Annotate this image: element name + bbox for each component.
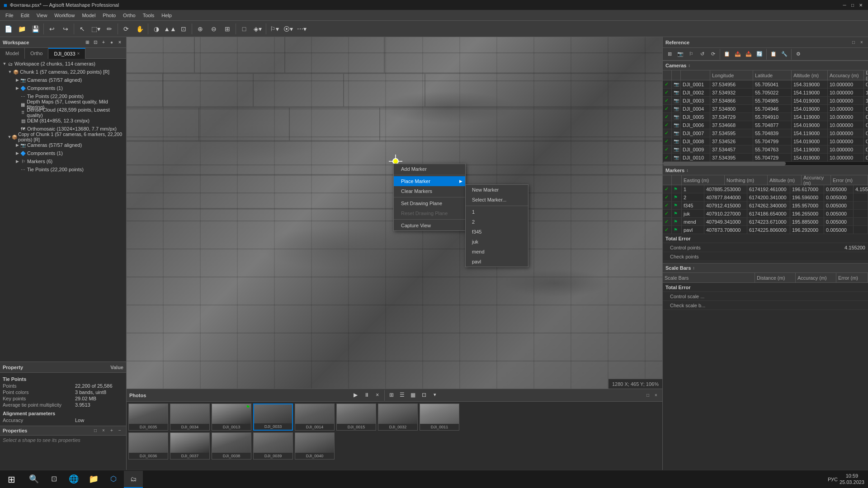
ctx-select-marker[interactable]: Select Marker... — [466, 195, 528, 205]
ref-btn-4[interactable]: ↺ — [697, 49, 707, 59]
ctx-marker-pavl[interactable]: pavl — [466, 257, 528, 267]
menu-edit[interactable]: Edit — [17, 12, 33, 19]
tab-current[interactable]: DJI_0033 × — [48, 48, 85, 59]
viewport[interactable]: Add Marker Place Marker ▶ New Marker Sel… — [127, 37, 662, 389]
menu-photo[interactable]: Photo — [99, 12, 119, 19]
table-row[interactable]: ✓ 📷 DJI_0009 37.534457 55.704763 154.119… — [663, 145, 868, 154]
ctx-capture-view[interactable]: Capture View — [394, 221, 465, 230]
save-button[interactable]: 💾 — [29, 23, 42, 35]
open-button[interactable]: 📁 — [15, 23, 28, 35]
tab-ortho[interactable]: Ortho — [25, 48, 49, 59]
ref-btn-10[interactable]: 📋 — [769, 49, 778, 59]
photo-dji0037[interactable]: DJI_0037 — [170, 432, 210, 460]
close-button[interactable]: ✕ — [857, 1, 864, 9]
menu-view[interactable]: View — [33, 12, 51, 19]
photos-list-btn[interactable]: ☰ — [397, 390, 407, 400]
table-row[interactable]: ✓ 📷 DJI_0001 37.534956 55.705041 154.319… — [663, 80, 868, 89]
ref-btn-1[interactable]: ⊞ — [665, 49, 675, 59]
pan-tool[interactable]: ✋ — [133, 23, 146, 35]
photo-dji0039[interactable]: DJI_0039 — [253, 432, 293, 460]
ref-expand-btn[interactable]: □ — [850, 39, 857, 46]
table-row[interactable]: ✓ ⚑ 1 407885.253000 6174192.461000 196.6… — [663, 185, 868, 193]
taskbar-app-active[interactable]: 🗂 — [124, 471, 143, 488]
ref-close-btn[interactable]: × — [858, 39, 865, 46]
perspective-view[interactable]: ◈▾ — [251, 23, 264, 35]
table-row[interactable]: ✓ 📷 DJI_0007 37.534595 55.704839 154.119… — [663, 129, 868, 137]
menu-workflow[interactable]: Workflow — [51, 12, 78, 19]
ctx-marker-f345[interactable]: f345 — [466, 227, 528, 237]
tab-close-icon[interactable]: × — [77, 51, 80, 56]
menu-tools[interactable]: Tools — [139, 12, 158, 19]
menu-file[interactable]: File — [2, 12, 17, 19]
tab-model[interactable]: Model — [0, 48, 25, 59]
photos-close-btn[interactable]: × — [652, 392, 660, 399]
taskbar-edge[interactable]: 🌐 — [64, 471, 83, 488]
photos-more-btn[interactable]: ▾ — [430, 390, 440, 400]
pencil-tool[interactable]: ✏ — [103, 23, 116, 35]
chunk2-item[interactable]: ▼ 📦 Copy of Chunk 1 (57 cameras, 6 marke… — [0, 133, 126, 141]
photo-dji0015[interactable]: DJI_0015 — [336, 404, 376, 431]
chunk1-item[interactable]: ▼ 📦 Chunk 1 (57 cameras, 22,200 points) … — [0, 68, 126, 76]
table-row[interactable]: ✓ 📷 DJI_0006 37.534668 55.704877 154.019… — [663, 121, 868, 129]
photo-dji0033[interactable]: DJI_0033 — [253, 404, 293, 431]
cameras-scroll-thumb[interactable] — [663, 162, 786, 165]
taskbar-search[interactable]: 🔍 — [24, 471, 43, 488]
start-button[interactable]: ⊞ — [0, 470, 23, 488]
photo-dji0035[interactable]: DJI_0035 — [128, 404, 168, 431]
ref-btn-9[interactable]: 🔄 — [755, 49, 764, 59]
sub-prop-del[interactable]: − — [116, 427, 123, 434]
photos-filter-btn[interactable]: ⊡ — [419, 390, 429, 400]
rectangle-select[interactable]: ⬚▾ — [90, 23, 102, 35]
photos-play-btn[interactable]: ▶ — [351, 390, 361, 400]
chunk1-cameras[interactable]: ▶ 📷 Cameras (57/57 aligned) — [0, 76, 126, 84]
table-row[interactable]: ✓ 📷 DJI_0010 37.534395 55.704729 154.019… — [663, 154, 868, 162]
ref-btn-5[interactable]: ⟳ — [708, 49, 718, 59]
redo-button[interactable]: ↪ — [59, 23, 72, 35]
marker-tool[interactable]: ⦿▾ — [282, 23, 294, 35]
ref-btn-8[interactable]: 📥 — [744, 49, 754, 59]
ref-btn-settings[interactable]: ⚙ — [793, 49, 803, 59]
workspace-icon-1[interactable]: ⊞ — [84, 39, 91, 46]
menu-ortho[interactable]: Ortho — [119, 12, 139, 19]
sub-prop-close[interactable]: × — [100, 427, 107, 434]
ctx-marker-juk[interactable]: juk — [466, 237, 528, 247]
undo-button[interactable]: ↩ — [46, 23, 58, 35]
photos-pause-btn[interactable]: ⏸ — [362, 390, 372, 400]
cameras-scrollbar[interactable] — [663, 162, 868, 165]
ref-btn-3[interactable]: ⚐ — [686, 49, 696, 59]
zoom-out[interactable]: ⊖ — [208, 23, 220, 35]
ctx-marker-mend[interactable]: mend — [466, 247, 528, 257]
table-row[interactable]: ✓ ⚑ pavl 407873.708000 6174225.806000 19… — [663, 226, 868, 234]
workspace-root[interactable]: ▼ 🗂 Workspace (2 chunks, 114 cameras) — [0, 60, 126, 68]
table-row[interactable]: ✓ ⚑ 2 407877.844000 6174200.341000 196.5… — [663, 193, 868, 202]
table-row[interactable]: ✓ ⚑ mend 407949.341000 6174223.671000 19… — [663, 218, 868, 226]
chunk2-markers[interactable]: ▶ ⚐ Markers (6) — [0, 157, 126, 165]
taskbar-explorer[interactable]: 📁 — [84, 471, 103, 488]
crop-tool[interactable]: ⊡ — [177, 23, 190, 35]
more-tools[interactable]: ⋯▾ — [295, 23, 308, 35]
workspace-icon-3[interactable]: + — [100, 39, 107, 46]
chunk1-densecloud[interactable]: ⠿ Dense Cloud (428,599 points, Lowest qu… — [0, 108, 126, 117]
table-row[interactable]: ✓ ⚑ f345 407912.415000 6174262.340000 19… — [663, 202, 868, 210]
flag-tool[interactable]: ⚐▾ — [268, 23, 281, 35]
photo-dji0013[interactable]: ⚑ DJI_0013 — [212, 404, 251, 431]
photo-dji0014[interactable]: DJI_0014 — [295, 404, 335, 431]
table-row[interactable]: ✓ ⚑ juk 407910.227000 6174186.654000 196… — [663, 210, 868, 218]
chunk2-tiepoints[interactable]: ⋯ Tie Points (22,200 points) — [0, 165, 126, 174]
minimize-button[interactable]: ─ — [841, 1, 848, 9]
ctx-add-marker[interactable]: Add Marker — [394, 164, 465, 174]
new-button[interactable]: 📄 — [2, 23, 14, 35]
sub-prop-add[interactable]: + — [108, 427, 115, 434]
ctx-marker-1[interactable]: 1 — [466, 207, 528, 217]
photos-stop-btn[interactable]: × — [373, 390, 382, 400]
brightness-tool[interactable]: ◑ — [150, 23, 163, 35]
table-row[interactable]: ✓ 📷 DJI_0003 37.534866 55.704985 154.019… — [663, 97, 868, 105]
ref-btn-2[interactable]: 📷 — [675, 49, 685, 59]
levels-tool[interactable]: ▲▲ — [164, 23, 176, 35]
fit-view[interactable]: ⊞ — [221, 23, 234, 35]
taskbar-metashape[interactable]: ⬡ — [104, 471, 123, 488]
ortho-view[interactable]: □ — [238, 23, 250, 35]
maximize-button[interactable]: □ — [849, 1, 856, 9]
workspace-icon-4[interactable]: ● — [108, 39, 115, 46]
menu-help[interactable]: Help — [158, 12, 175, 19]
